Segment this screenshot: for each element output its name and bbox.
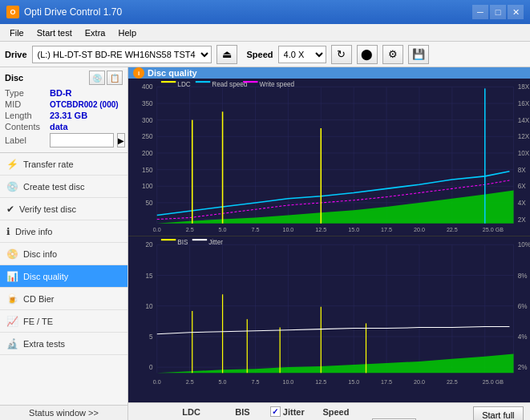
svg-text:4%: 4% <box>518 333 528 341</box>
disc-type-row: Type BD-R <box>5 88 123 98</box>
extra-tests-icon: 🔬 <box>6 338 18 349</box>
drive-select[interactable]: (L:) HL-DT-ST BD-RE WH16NS58 TST4 <box>32 46 212 63</box>
disc-length-value: 23.31 GB <box>50 111 87 120</box>
jitter-checkbox-item: ✓ Jitter <box>270 406 306 417</box>
stats-table: LDC BIS ✓ Jitter Speed <box>135 406 426 420</box>
sidebar-item-extra-tests[interactable]: 🔬 Extra tests <box>0 333 127 355</box>
sidebar-item-cd-bier[interactable]: 🍺 CD Bier <box>0 288 127 310</box>
disc-panel: Disc 💿 📋 Type BD-R MID OTCBDR002 (000) L… <box>0 67 127 153</box>
drive-info-icon: ℹ <box>6 226 10 237</box>
eject-button[interactable]: ⏏ <box>216 45 237 64</box>
svg-text:5.0: 5.0 <box>219 226 227 233</box>
sidebar-item-create-test-disc[interactable]: 💿 Create test disc <box>0 176 127 198</box>
sidebar-item-disc-info-label: Disc info <box>23 249 57 259</box>
menubar: File Start test Extra Help <box>0 24 530 42</box>
jitter-checkbox[interactable]: ✓ <box>270 406 281 417</box>
maximize-button[interactable]: □ <box>490 5 506 19</box>
app-title: Opti Drive Control 1.70 <box>24 6 472 18</box>
svg-text:17.5: 17.5 <box>381 226 392 233</box>
svg-text:150: 150 <box>142 167 153 174</box>
status-window-button[interactable]: Status window >> <box>0 405 127 420</box>
svg-text:300: 300 <box>142 117 153 124</box>
sidebar-item-disc-info[interactable]: 📀 Disc info <box>0 243 127 265</box>
window-controls: ─ □ ✕ <box>472 5 524 19</box>
disc-icon-btn-2[interactable]: 📋 <box>107 71 123 85</box>
start-full-button[interactable]: Start full <box>473 406 524 420</box>
bis-chart-wrapper: 20 15 10 5 0 10% 8% 6% 4% 2% 0.0 2.5 5.0… <box>128 236 530 402</box>
menu-file[interactable]: File <box>3 26 30 39</box>
svg-text:22.5: 22.5 <box>447 226 458 233</box>
action-buttons: Start full Start part <box>473 406 524 420</box>
disc-quality-icon: 📊 <box>6 271 18 282</box>
svg-rect-61 <box>128 236 530 402</box>
ldc-chart-wrapper: 400 350 300 250 200 150 100 50 18X 16X 1… <box>128 79 530 236</box>
svg-text:400: 400 <box>142 83 153 91</box>
svg-text:350: 350 <box>142 100 153 107</box>
close-button[interactable]: ✕ <box>508 5 524 19</box>
checkmark-icon: ✓ <box>272 407 278 416</box>
svg-text:0: 0 <box>149 364 153 371</box>
main-area: Disc 💿 📋 Type BD-R MID OTCBDR002 (000) L… <box>0 67 530 420</box>
disc-contents-label: Contents <box>5 122 47 131</box>
disc-type-label: Type <box>5 88 47 98</box>
sidebar-item-fe-te-label: FE / TE <box>23 317 53 326</box>
disc-icon-row: 💿 📋 <box>89 71 123 85</box>
disc-icon-btn-1[interactable]: 💿 <box>89 71 105 85</box>
col-speed-sel <box>362 406 426 418</box>
create-test-disc-icon: 💿 <box>6 181 18 192</box>
svg-rect-57 <box>196 81 210 83</box>
svg-text:15: 15 <box>146 273 154 280</box>
svg-text:10.0: 10.0 <box>282 378 293 386</box>
svg-text:250: 250 <box>142 133 153 140</box>
disc-contents-row: Contents data <box>5 122 123 131</box>
record-button[interactable]: ⬤ <box>357 45 378 64</box>
svg-text:Jitter: Jitter <box>208 240 223 247</box>
sidebar-item-transfer-rate[interactable]: ⚡ Transfer rate <box>0 153 127 176</box>
disc-length-row: Length 23.31 GB <box>5 111 123 120</box>
svg-text:0.0: 0.0 <box>153 226 161 233</box>
svg-text:25.0 GB: 25.0 GB <box>483 378 504 386</box>
settings-button[interactable]: ⚙ <box>382 45 403 64</box>
svg-text:5.0: 5.0 <box>219 378 227 386</box>
titlebar: O Opti Drive Control 1.70 ─ □ ✕ <box>0 0 530 24</box>
sidebar: Disc 💿 📋 Type BD-R MID OTCBDR002 (000) L… <box>0 67 128 420</box>
disc-label-input[interactable] <box>50 133 114 147</box>
svg-text:10: 10 <box>146 303 154 310</box>
col-speed: Speed <box>310 406 363 418</box>
sidebar-item-verify-test-disc[interactable]: ✔ Verify test disc <box>0 198 127 220</box>
sidebar-item-transfer-rate-label: Transfer rate <box>23 160 74 169</box>
svg-rect-55 <box>161 81 176 83</box>
sidebar-item-verify-test-disc-label: Verify test disc <box>19 204 76 214</box>
refresh-button[interactable]: ↻ <box>331 45 352 64</box>
sidebar-item-fe-te[interactable]: 📈 FE / TE <box>0 310 127 333</box>
svg-text:8%: 8% <box>518 273 528 280</box>
svg-rect-59 <box>243 81 257 83</box>
svg-text:12.5: 12.5 <box>315 226 326 233</box>
svg-text:25.0 GB: 25.0 GB <box>483 226 504 233</box>
save-button[interactable]: 💾 <box>408 45 429 64</box>
minimize-button[interactable]: ─ <box>472 5 488 19</box>
svg-text:8X: 8X <box>518 167 527 174</box>
disc-title: Disc <box>5 73 23 83</box>
col-bis: BIS <box>218 406 267 418</box>
svg-text:2.5: 2.5 <box>186 378 194 386</box>
svg-text:50: 50 <box>146 200 154 207</box>
sidebar-item-create-test-disc-label: Create test disc <box>23 182 84 192</box>
menu-extra[interactable]: Extra <box>79 26 112 39</box>
disc-label-go-btn[interactable]: ▶ <box>117 133 125 147</box>
menu-help[interactable]: Help <box>111 26 143 39</box>
disc-mid-label: MID <box>5 99 47 109</box>
disc-label-row: Label ▶ <box>5 133 123 147</box>
speed-select[interactable]: 4.0 X <box>278 46 326 63</box>
bis-chart: 20 15 10 5 0 10% 8% 6% 4% 2% 0.0 2.5 5.0… <box>128 236 530 402</box>
svg-text:0.0: 0.0 <box>153 378 161 386</box>
drive-label: Drive <box>5 50 27 59</box>
svg-text:6X: 6X <box>518 183 527 190</box>
sidebar-item-drive-info[interactable]: ℹ Drive info <box>0 220 127 243</box>
menu-start-test[interactable]: Start test <box>30 26 79 39</box>
cd-bier-icon: 🍺 <box>6 293 18 305</box>
sidebar-item-disc-quality[interactable]: 📊 Disc quality <box>0 265 127 288</box>
svg-text:2X: 2X <box>518 216 527 224</box>
transfer-rate-icon: ⚡ <box>6 159 18 170</box>
sidebar-item-drive-info-label: Drive info <box>15 227 52 236</box>
